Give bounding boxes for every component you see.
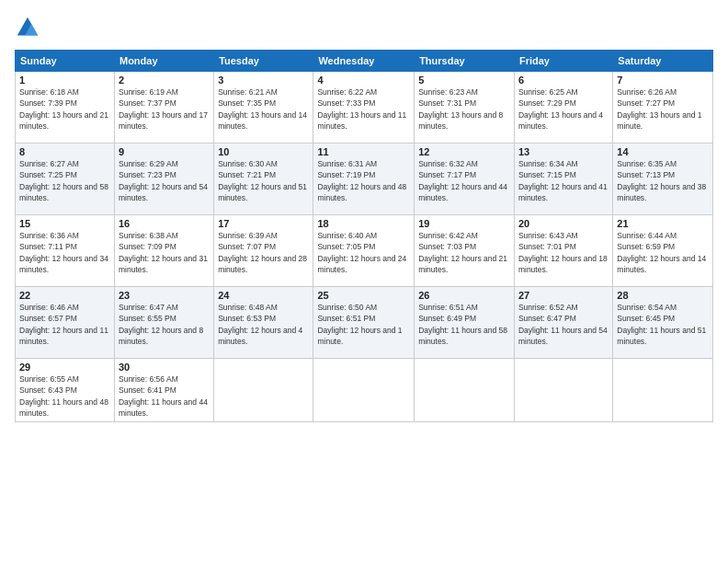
week-row-2: 8Sunrise: 6:27 AMSunset: 7:25 PMDaylight… [16, 144, 713, 215]
calendar-cell: 25Sunrise: 6:50 AMSunset: 6:51 PMDayligh… [313, 287, 415, 359]
day-number: 26 [418, 290, 510, 301]
day-detail: Sunrise: 6:50 AMSunset: 6:51 PMDaylight:… [317, 302, 410, 347]
day-number: 22 [19, 290, 110, 301]
day-number: 11 [317, 146, 410, 157]
day-number: 9 [119, 146, 210, 157]
day-number: 19 [418, 218, 510, 229]
header [15, 15, 713, 40]
day-number: 25 [317, 290, 410, 301]
day-detail: Sunrise: 6:52 AMSunset: 6:47 PMDaylight:… [518, 302, 609, 347]
day-number: 21 [617, 218, 709, 229]
day-detail: Sunrise: 6:56 AMSunset: 6:41 PMDaylight:… [119, 373, 210, 419]
calendar-cell: 6Sunrise: 6:25 AMSunset: 7:29 PMDaylight… [514, 72, 612, 144]
calendar-cell: 7Sunrise: 6:26 AMSunset: 7:27 PMDaylight… [613, 72, 713, 144]
col-header-tuesday: Tuesday [214, 51, 313, 72]
day-detail: Sunrise: 6:44 AMSunset: 6:59 PMDaylight:… [617, 230, 709, 275]
day-detail: Sunrise: 6:32 AMSunset: 7:17 PMDaylight:… [418, 158, 510, 203]
calendar-cell [313, 359, 415, 422]
day-detail: Sunrise: 6:19 AMSunset: 7:37 PMDaylight:… [119, 86, 210, 132]
col-header-monday: Monday [114, 51, 213, 72]
day-detail: Sunrise: 6:38 AMSunset: 7:09 PMDaylight:… [119, 230, 210, 275]
calendar-table: SundayMondayTuesdayWednesdayThursdayFrid… [15, 50, 713, 422]
calendar-cell: 3Sunrise: 6:21 AMSunset: 7:35 PMDaylight… [214, 72, 313, 144]
calendar-cell: 16Sunrise: 6:38 AMSunset: 7:09 PMDayligh… [114, 215, 213, 287]
day-detail: Sunrise: 6:54 AMSunset: 6:45 PMDaylight:… [617, 302, 709, 347]
day-detail: Sunrise: 6:34 AMSunset: 7:15 PMDaylight:… [518, 158, 609, 203]
calendar-cell: 12Sunrise: 6:32 AMSunset: 7:17 PMDayligh… [415, 144, 515, 215]
calendar-cell: 24Sunrise: 6:48 AMSunset: 6:53 PMDayligh… [214, 287, 313, 359]
week-row-4: 22Sunrise: 6:46 AMSunset: 6:57 PMDayligh… [16, 287, 713, 359]
calendar-cell: 18Sunrise: 6:40 AMSunset: 7:05 PMDayligh… [313, 215, 415, 287]
calendar-cell [514, 359, 612, 422]
day-detail: Sunrise: 6:47 AMSunset: 6:55 PMDaylight:… [119, 302, 210, 347]
col-header-friday: Friday [514, 51, 612, 72]
day-detail: Sunrise: 6:29 AMSunset: 7:23 PMDaylight:… [119, 158, 210, 203]
calendar-cell: 19Sunrise: 6:42 AMSunset: 7:03 PMDayligh… [415, 215, 515, 287]
day-number: 30 [119, 362, 210, 373]
calendar-cell: 26Sunrise: 6:51 AMSunset: 6:49 PMDayligh… [415, 287, 515, 359]
day-number: 24 [218, 290, 309, 301]
logo-icon [15, 15, 40, 40]
day-detail: Sunrise: 6:26 AMSunset: 7:27 PMDaylight:… [617, 86, 709, 132]
day-number: 23 [119, 290, 210, 301]
day-detail: Sunrise: 6:42 AMSunset: 7:03 PMDaylight:… [418, 230, 510, 275]
day-number: 17 [218, 218, 309, 229]
day-number: 14 [617, 146, 709, 157]
day-number: 10 [218, 146, 309, 157]
week-row-1: 1Sunrise: 6:18 AMSunset: 7:39 PMDaylight… [16, 72, 713, 144]
day-number: 6 [518, 75, 609, 86]
day-detail: Sunrise: 6:18 AMSunset: 7:39 PMDaylight:… [19, 86, 110, 132]
day-detail: Sunrise: 6:25 AMSunset: 7:29 PMDaylight:… [518, 86, 609, 132]
day-detail: Sunrise: 6:36 AMSunset: 7:11 PMDaylight:… [19, 230, 110, 275]
day-detail: Sunrise: 6:40 AMSunset: 7:05 PMDaylight:… [317, 230, 410, 275]
logo [15, 15, 44, 40]
calendar-cell: 14Sunrise: 6:35 AMSunset: 7:13 PMDayligh… [613, 144, 713, 215]
day-detail: Sunrise: 6:22 AMSunset: 7:33 PMDaylight:… [317, 86, 410, 132]
calendar-cell: 17Sunrise: 6:39 AMSunset: 7:07 PMDayligh… [214, 215, 313, 287]
day-number: 3 [218, 75, 309, 86]
calendar-cell: 23Sunrise: 6:47 AMSunset: 6:55 PMDayligh… [114, 287, 213, 359]
day-detail: Sunrise: 6:31 AMSunset: 7:19 PMDaylight:… [317, 158, 410, 203]
day-detail: Sunrise: 6:51 AMSunset: 6:49 PMDaylight:… [418, 302, 510, 347]
day-number: 15 [19, 218, 110, 229]
calendar-cell: 22Sunrise: 6:46 AMSunset: 6:57 PMDayligh… [16, 287, 115, 359]
calendar-cell: 27Sunrise: 6:52 AMSunset: 6:47 PMDayligh… [514, 287, 612, 359]
calendar-cell: 8Sunrise: 6:27 AMSunset: 7:25 PMDaylight… [16, 144, 115, 215]
day-detail: Sunrise: 6:35 AMSunset: 7:13 PMDaylight:… [617, 158, 709, 203]
calendar-cell [613, 359, 713, 422]
day-number: 28 [617, 290, 709, 301]
day-number: 13 [518, 146, 609, 157]
day-detail: Sunrise: 6:55 AMSunset: 6:43 PMDaylight:… [19, 373, 110, 419]
day-detail: Sunrise: 6:43 AMSunset: 7:01 PMDaylight:… [518, 230, 609, 275]
col-header-wednesday: Wednesday [313, 51, 415, 72]
day-number: 8 [19, 146, 110, 157]
calendar-cell: 30Sunrise: 6:56 AMSunset: 6:41 PMDayligh… [114, 359, 213, 422]
calendar-cell: 5Sunrise: 6:23 AMSunset: 7:31 PMDaylight… [415, 72, 515, 144]
col-header-sunday: Sunday [16, 51, 115, 72]
day-detail: Sunrise: 6:46 AMSunset: 6:57 PMDaylight:… [19, 302, 110, 347]
calendar-cell: 11Sunrise: 6:31 AMSunset: 7:19 PMDayligh… [313, 144, 415, 215]
calendar-cell: 9Sunrise: 6:29 AMSunset: 7:23 PMDaylight… [114, 144, 213, 215]
calendar-cell: 1Sunrise: 6:18 AMSunset: 7:39 PMDaylight… [16, 72, 115, 144]
day-number: 27 [518, 290, 609, 301]
day-detail: Sunrise: 6:30 AMSunset: 7:21 PMDaylight:… [218, 158, 309, 203]
calendar-cell [415, 359, 515, 422]
day-detail: Sunrise: 6:21 AMSunset: 7:35 PMDaylight:… [218, 86, 309, 132]
calendar-cell: 10Sunrise: 6:30 AMSunset: 7:21 PMDayligh… [214, 144, 313, 215]
calendar-cell: 21Sunrise: 6:44 AMSunset: 6:59 PMDayligh… [613, 215, 713, 287]
day-number: 18 [317, 218, 410, 229]
col-header-saturday: Saturday [613, 51, 713, 72]
day-number: 5 [418, 75, 510, 86]
day-detail: Sunrise: 6:48 AMSunset: 6:53 PMDaylight:… [218, 302, 309, 347]
calendar-cell: 15Sunrise: 6:36 AMSunset: 7:11 PMDayligh… [16, 215, 115, 287]
day-number: 12 [418, 146, 510, 157]
week-row-3: 15Sunrise: 6:36 AMSunset: 7:11 PMDayligh… [16, 215, 713, 287]
calendar-cell: 29Sunrise: 6:55 AMSunset: 6:43 PMDayligh… [16, 359, 115, 422]
col-header-thursday: Thursday [415, 51, 515, 72]
page: SundayMondayTuesdayWednesdayThursdayFrid… [0, 0, 728, 563]
day-number: 7 [617, 75, 709, 86]
calendar-cell [214, 359, 313, 422]
day-number: 2 [119, 75, 210, 86]
day-number: 4 [317, 75, 410, 86]
calendar-cell: 28Sunrise: 6:54 AMSunset: 6:45 PMDayligh… [613, 287, 713, 359]
